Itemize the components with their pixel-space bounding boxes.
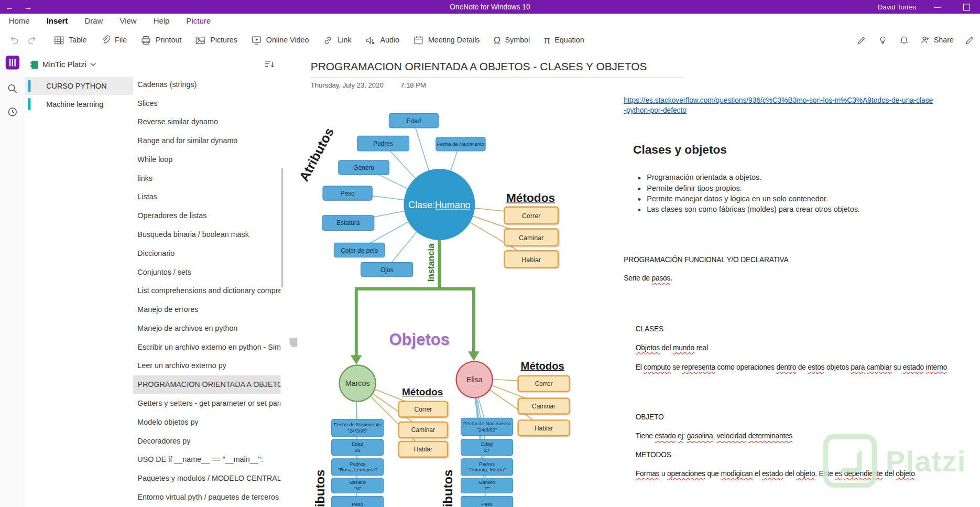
printout-button[interactable]: Printout	[140, 35, 181, 45]
audio-icon	[365, 35, 376, 45]
redo-button[interactable]	[27, 35, 37, 45]
tab-view[interactable]: View	[119, 17, 136, 26]
object-node-elisa: Elisa	[455, 361, 493, 398]
lightbulb-icon	[877, 35, 888, 45]
object-attribute-node: Fecha de Nacimiento"24/3/92"	[461, 418, 513, 436]
methods-heading: Métodos	[399, 386, 447, 397]
notebooks-button[interactable]	[5, 55, 20, 70]
tab-draw[interactable]: Draw	[84, 17, 103, 26]
object-attribute-node: Padres"Rosa, Leonardo"	[331, 458, 384, 476]
doc-card-title: Clases y objetos	[633, 143, 977, 157]
tab-picture[interactable]: Picture	[187, 17, 211, 26]
page-list-item[interactable]: Slices	[133, 94, 280, 113]
page-list-item[interactable]: Leer un archivo externo py	[133, 357, 280, 375]
file-attachment-icon	[101, 35, 111, 45]
page-list-item[interactable]: Range and for similar dynamo	[133, 131, 280, 150]
file-button[interactable]: File	[101, 35, 127, 45]
table-icon	[54, 35, 64, 45]
page-list-item[interactable]: PROGRAMACION ORIENTADA A OBJETOS -...	[133, 375, 280, 394]
printout-icon	[140, 35, 151, 45]
full-screen-ink-button[interactable]	[964, 35, 975, 45]
methods-heading: Métodos	[504, 191, 557, 205]
method-node: Correr	[517, 375, 570, 392]
method-node: Caminar	[504, 228, 559, 246]
recent-notes-button[interactable]	[5, 104, 20, 120]
page-list-item[interactable]: USO DE if __name__ == "__main__":	[133, 450, 280, 469]
page-list-item[interactable]: Paquetes y modulos / MODELO CENTRAL Y...	[133, 469, 280, 488]
object-attribute-node: Edad27	[461, 439, 513, 456]
object-attribute-node: Fecha de Nacimiento"24/3/93"	[331, 419, 384, 437]
undo-button[interactable]	[9, 35, 19, 45]
tab-insert[interactable]: Insert	[47, 17, 68, 26]
attributes-label: Atributos	[441, 470, 455, 507]
page-list-item[interactable]: Diccionario	[133, 244, 280, 263]
page-list-item[interactable]: Manejo de archivos en python	[133, 319, 280, 338]
section-item-machine-learning[interactable]: Machine learning	[25, 95, 133, 113]
link-button[interactable]: Link	[323, 35, 352, 45]
meeting-details-button[interactable]: Meeting Details	[413, 35, 480, 45]
online-video-button[interactable]: Online Video	[251, 35, 309, 45]
methods-heading: Métodos	[517, 360, 567, 373]
online-video-icon	[251, 35, 262, 45]
stackoverflow-link[interactable]: https://es.stackoverflow.com/questions/9…	[624, 95, 934, 115]
account-name[interactable]: David Torres	[878, 3, 916, 10]
page-list-item[interactable]: Modelo objetos py	[133, 413, 280, 432]
page-list-item[interactable]: Conjuntos / sets	[133, 263, 280, 282]
tell-me-button[interactable]	[877, 35, 888, 45]
notifications-button[interactable]	[899, 35, 909, 45]
page-list-item[interactable]: Reverse similar dynamo	[133, 113, 280, 132]
minimize-button[interactable]: —	[930, 0, 945, 14]
attribute-node: Fecha de Nacimiento	[435, 137, 485, 151]
titlebar: ← → OneNote for Windows 10 David Torres …	[0, 0, 980, 14]
meeting-details-icon	[413, 35, 423, 45]
page-list-item[interactable]: Busqueda binaria / boolean mask	[133, 225, 280, 244]
notebooks-icon	[6, 56, 19, 69]
search-button[interactable]	[5, 81, 20, 96]
page-list-item[interactable]: Cadenas (strings)	[133, 75, 280, 94]
note-line: OBJETO	[636, 413, 664, 420]
pages-scrollbar-thumb[interactable]	[281, 168, 284, 288]
sort-icon	[264, 59, 274, 69]
pictures-button[interactable]: Pictures	[195, 35, 237, 45]
ink-pen-icon	[856, 35, 867, 45]
app-title: OneNote for Windows 10	[0, 3, 980, 10]
page-list-item[interactable]: Escribir un archivo externo en python - …	[133, 338, 280, 357]
page-list-item[interactable]: While loop	[133, 150, 280, 169]
ribbon-right-cluster: Share	[856, 29, 980, 51]
audio-button[interactable]: Audio	[365, 35, 399, 45]
share-button[interactable]: Share	[920, 35, 953, 45]
symbol-button[interactable]: Ω Symbol	[494, 35, 530, 45]
page-list-item[interactable]: links	[133, 169, 280, 188]
bullet-item: Programación orientada a objetos.	[647, 172, 977, 183]
object-attribute-node: Padres"Antonia, Martín"	[461, 458, 513, 476]
tab-help[interactable]: Help	[154, 17, 170, 26]
forward-button[interactable]: →	[19, 2, 38, 12]
method-node: Hablar	[504, 250, 559, 268]
redo-icon	[27, 35, 37, 45]
page-list-item[interactable]: Decoradores py	[133, 432, 280, 450]
sort-pages-button[interactable]	[264, 59, 274, 69]
page-list-item[interactable]: Manejo de errores	[133, 300, 280, 319]
page-list-item[interactable]: List comprehensions and dictionary compr…	[133, 282, 280, 300]
page-canvas: PROGRAMACION ORIENTADA A OBJETOS - CLASE…	[285, 51, 980, 507]
restore-button[interactable]	[959, 0, 974, 14]
ink-button[interactable]	[856, 35, 867, 45]
left-rail	[0, 51, 25, 507]
clock-icon	[7, 106, 18, 117]
table-button[interactable]: Table	[54, 35, 87, 45]
section-item-curso-python[interactable]: CURSO PYTHON	[25, 77, 133, 95]
ribbon: Table File Printout Pictures Online Vide…	[0, 29, 980, 52]
tab-home[interactable]: Home	[9, 17, 30, 26]
page-list-item[interactable]: Operadores de listas	[133, 207, 280, 225]
page-list-item[interactable]: Getters y setters - get parameter or set…	[133, 394, 280, 413]
pasted-doc-card: Clases y objetos Programación orientada …	[628, 134, 977, 229]
symbol-icon: Ω	[494, 35, 500, 45]
attribute-node: Color de pelo	[334, 243, 385, 258]
page-list-item[interactable]: Entorno virtual pyth / paquetes de terce…	[133, 488, 280, 506]
equation-button[interactable]: π Equation	[543, 35, 584, 45]
object-attribute-node: Edad26	[331, 439, 384, 456]
back-button[interactable]: ←	[0, 2, 19, 12]
page-list-item[interactable]: Listas	[133, 188, 280, 207]
pages-panel: Cadenas (strings) Slices Reverse similar…	[133, 51, 285, 507]
notebook-header[interactable]: MinTic Platzi	[30, 57, 133, 72]
